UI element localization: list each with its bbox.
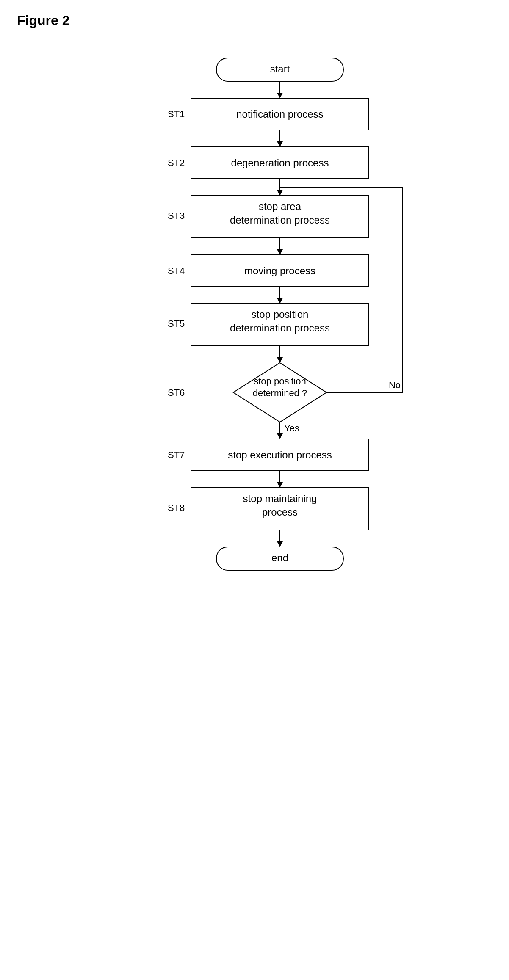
svg-text:determination process: determination process — [230, 214, 330, 226]
svg-text:notification process: notification process — [236, 108, 323, 120]
svg-text:moving process: moving process — [244, 265, 315, 276]
svg-text:stop position: stop position — [252, 309, 309, 320]
label-st5: ST5 — [168, 318, 185, 329]
yes-label: Yes — [284, 423, 299, 433]
svg-marker-34 — [277, 541, 283, 547]
label-st1: ST1 — [168, 109, 185, 119]
svg-marker-27 — [277, 433, 283, 439]
label-st7: ST7 — [168, 450, 185, 460]
label-st2: ST2 — [168, 157, 185, 168]
svg-marker-5 — [277, 141, 283, 147]
svg-text:stop maintaining: stop maintaining — [243, 493, 317, 504]
svg-marker-15 — [277, 298, 283, 304]
svg-text:determined ?: determined ? — [253, 388, 307, 398]
svg-text:stop area: stop area — [259, 201, 302, 212]
svg-marker-12 — [277, 249, 283, 255]
label-st3: ST3 — [168, 210, 185, 221]
label-st4: ST4 — [168, 265, 185, 276]
svg-text:process: process — [262, 506, 298, 518]
label-st8: ST8 — [168, 502, 185, 513]
svg-marker-8 — [277, 190, 283, 196]
svg-text:stop position: stop position — [254, 376, 306, 386]
svg-marker-30 — [277, 482, 283, 488]
label-st6: ST6 — [168, 387, 185, 398]
svg-marker-2 — [277, 93, 283, 98]
svg-text:start: start — [270, 63, 290, 75]
figure-title: Figure 2 — [17, 13, 492, 28]
svg-text:stop execution process: stop execution process — [228, 449, 332, 461]
flowchart-svg: startST1notification processST2degenerat… — [85, 41, 424, 587]
svg-marker-19 — [277, 357, 283, 363]
svg-text:determination process: determination process — [230, 322, 330, 334]
svg-text:end: end — [271, 552, 288, 563]
svg-text:degeneration process: degeneration process — [231, 157, 329, 168]
svg-text:No: No — [389, 380, 401, 390]
